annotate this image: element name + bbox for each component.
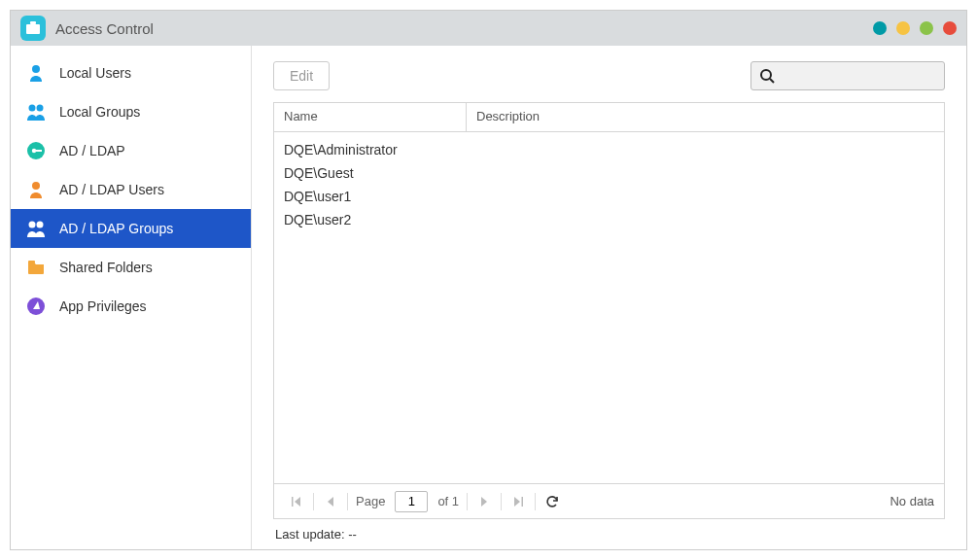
svg-point-13 <box>761 70 771 80</box>
svg-line-14 <box>770 79 774 83</box>
svg-point-6 <box>32 149 36 153</box>
user-icon <box>24 64 48 82</box>
cell-name: DQE\user1 <box>274 189 467 204</box>
pager-first-icon[interactable] <box>284 489 309 514</box>
pager-status: No data <box>890 494 934 508</box>
sidebar: Local Users Local Groups AD / LDAP AD / … <box>11 46 252 549</box>
sidebar-item-label: AD / LDAP <box>59 143 125 158</box>
cell-name: DQE\user2 <box>274 212 467 228</box>
pager: Page of 1 No data <box>274 483 944 518</box>
table-row[interactable]: DQE\user1 <box>274 185 944 208</box>
column-header-description[interactable]: Description <box>467 103 944 131</box>
app-window: Access Control Local Users Local Groups <box>10 10 967 550</box>
table-row[interactable]: DQE\user2 <box>274 208 944 231</box>
cell-name: DQE\Administrator <box>274 142 467 158</box>
users-icon <box>24 103 48 121</box>
svg-rect-16 <box>522 497 524 507</box>
sidebar-item-label: AD / LDAP Users <box>59 182 164 197</box>
data-grid: Name Description DQE\Administrator DQE\G… <box>273 102 945 519</box>
table-row[interactable]: DQE\Administrator <box>274 138 944 161</box>
svg-rect-7 <box>36 150 42 152</box>
svg-point-8 <box>32 182 40 190</box>
window-dot-2[interactable] <box>896 21 910 35</box>
search-input[interactable] <box>775 67 949 85</box>
pager-prev-icon[interactable] <box>318 489 343 514</box>
sidebar-item-label: AD / LDAP Groups <box>59 221 173 236</box>
pager-next-icon[interactable] <box>471 489 497 514</box>
pager-of-label: of 1 <box>437 494 459 508</box>
window-dot-4[interactable] <box>943 21 957 35</box>
cell-name: DQE\Guest <box>274 165 467 181</box>
svg-rect-15 <box>292 497 294 507</box>
window-dot-1[interactable] <box>873 21 887 35</box>
svg-point-9 <box>29 222 36 228</box>
app-title: Access Control <box>55 20 154 37</box>
app-icon <box>20 16 46 41</box>
sidebar-item-shared-folders[interactable]: Shared Folders <box>11 248 251 287</box>
svg-point-2 <box>32 65 40 73</box>
grid-body: DQE\Administrator DQE\Guest DQE\user1 DQ… <box>274 132 944 483</box>
pager-page-input[interactable] <box>395 491 428 512</box>
key-icon <box>24 142 48 159</box>
search-box[interactable] <box>750 61 945 90</box>
sidebar-item-label: Local Groups <box>59 104 140 120</box>
toolbar: Edit <box>273 61 945 90</box>
window-dot-3[interactable] <box>920 21 933 35</box>
last-update-label: Last update: -- <box>275 527 945 542</box>
pager-page-label: Page <box>356 494 385 508</box>
users-orange-icon <box>24 220 48 237</box>
table-row[interactable]: DQE\Guest <box>274 161 944 185</box>
window-controls <box>873 21 957 35</box>
svg-point-4 <box>37 105 44 112</box>
titlebar: Access Control <box>11 11 966 46</box>
user-orange-icon <box>24 181 48 198</box>
sidebar-item-ad-ldap-groups[interactable]: AD / LDAP Groups <box>11 209 251 248</box>
sidebar-item-local-groups[interactable]: Local Groups <box>11 92 251 131</box>
svg-point-3 <box>29 105 36 112</box>
sidebar-item-label: Local Users <box>59 65 131 81</box>
svg-rect-11 <box>28 261 35 263</box>
svg-rect-1 <box>30 21 36 24</box>
svg-point-10 <box>37 222 44 228</box>
main-panel: Edit Name Description DQE\Administrator <box>252 46 966 549</box>
grid-header: Name Description <box>274 103 944 132</box>
sidebar-item-label: Shared Folders <box>59 260 153 275</box>
sidebar-item-ad-ldap-users[interactable]: AD / LDAP Users <box>11 170 251 209</box>
search-icon <box>759 68 775 84</box>
sidebar-item-label: App Privileges <box>59 298 147 314</box>
edit-button[interactable]: Edit <box>273 61 330 90</box>
sidebar-item-ad-ldap[interactable]: AD / LDAP <box>11 131 251 170</box>
sidebar-item-app-privileges[interactable]: App Privileges <box>11 287 251 326</box>
svg-rect-0 <box>26 24 40 34</box>
apps-icon <box>24 298 48 315</box>
pager-last-icon[interactable] <box>506 489 531 514</box>
pager-refresh-icon[interactable] <box>540 489 565 514</box>
sidebar-item-local-users[interactable]: Local Users <box>11 53 251 92</box>
column-header-name[interactable]: Name <box>274 103 467 131</box>
folder-icon <box>24 260 48 275</box>
